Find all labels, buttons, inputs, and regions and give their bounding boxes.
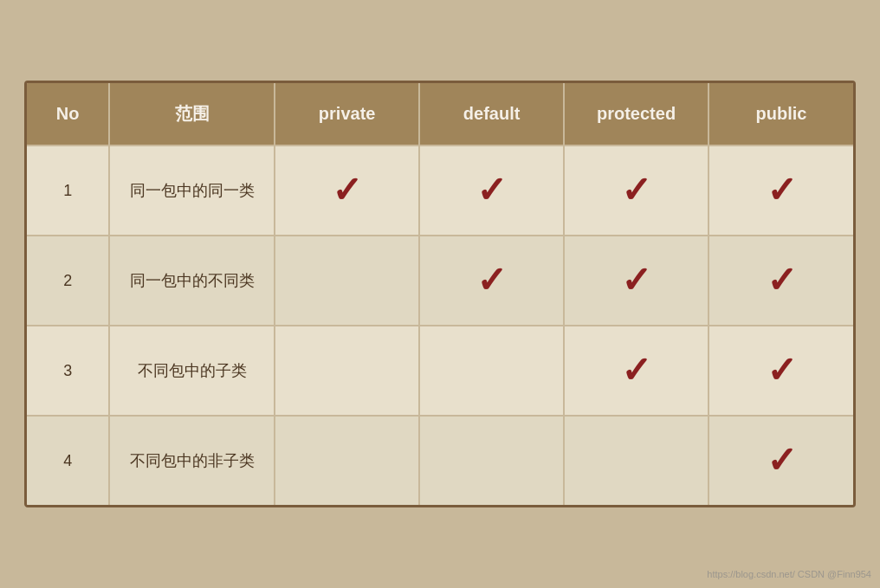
checkmark-icon: ✓ (621, 262, 651, 299)
header-protected: protected (564, 83, 709, 145)
cell-private (275, 326, 419, 416)
cell-default: ✓ (419, 145, 564, 236)
checkmark-icon: ✓ (332, 172, 362, 209)
cell-default (419, 326, 564, 416)
table-row: 4不同包中的非子类✓ (27, 416, 853, 505)
cell-protected: ✓ (564, 145, 709, 236)
scope-text: 不同包中的非子类 (130, 452, 255, 469)
scope-text: 同一包中的不同类 (130, 272, 255, 289)
access-modifier-table: No 范围 private default protected public 1… (24, 81, 856, 507)
table-row: 3不同包中的子类✓✓ (27, 326, 853, 416)
cell-public: ✓ (709, 326, 853, 416)
cell-no: 4 (27, 416, 109, 505)
scope-text: 同一包中的同一类 (130, 182, 255, 199)
cell-protected: ✓ (564, 236, 709, 326)
cell-public: ✓ (709, 145, 853, 236)
checkmark-icon: ✓ (767, 262, 797, 299)
checkmark-icon: ✓ (476, 172, 507, 209)
checkmark-icon: ✓ (767, 172, 797, 209)
cell-default (419, 416, 564, 505)
cell-public: ✓ (709, 236, 853, 326)
table-row: 1同一包中的同一类✓✓✓✓ (27, 145, 853, 236)
cell-no: 1 (27, 145, 109, 236)
cell-scope: 同一包中的不同类 (109, 236, 275, 326)
checkmark-icon: ✓ (767, 352, 797, 389)
cell-no: 3 (27, 326, 109, 416)
header-default: default (419, 83, 564, 145)
table-row: 2同一包中的不同类✓✓✓ (27, 236, 853, 326)
cell-public: ✓ (709, 416, 853, 505)
cell-protected (564, 416, 709, 505)
cell-no: 2 (27, 236, 109, 326)
cell-scope: 同一包中的同一类 (109, 145, 275, 236)
checkmark-icon: ✓ (476, 262, 507, 299)
table-header-row: No 范围 private default protected public (27, 83, 853, 145)
checkmark-icon: ✓ (621, 352, 651, 389)
cell-private: ✓ (275, 145, 419, 236)
cell-private (275, 236, 419, 326)
header-public: public (709, 83, 853, 145)
header-private: private (275, 83, 419, 145)
header-no: No (27, 83, 109, 145)
cell-scope: 不同包中的子类 (109, 326, 275, 416)
cell-scope: 不同包中的非子类 (109, 416, 275, 505)
cell-default: ✓ (419, 236, 564, 326)
checkmark-icon: ✓ (767, 443, 797, 479)
scope-text: 不同包中的子类 (138, 362, 247, 379)
cell-private (275, 416, 419, 505)
watermark-text: https://blog.csdn.net/ CSDN @Finn954 (707, 569, 871, 579)
header-scope: 范围 (109, 83, 275, 145)
cell-protected: ✓ (564, 326, 709, 416)
checkmark-icon: ✓ (621, 172, 651, 209)
